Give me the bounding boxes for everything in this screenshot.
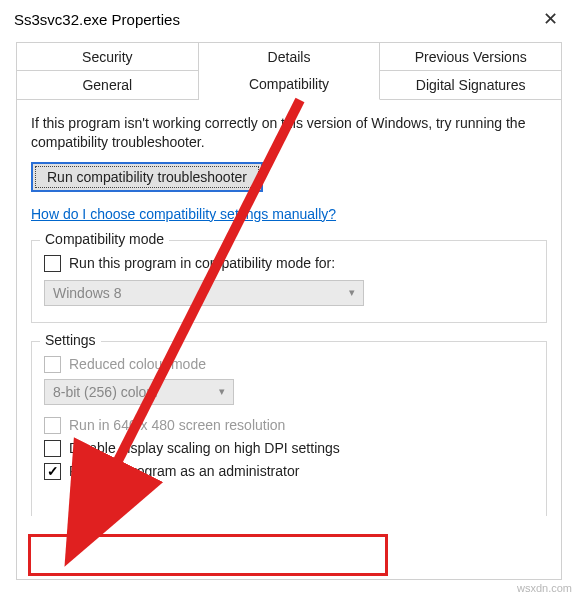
compat-mode-label: Run this program in compatibility mode f…: [69, 255, 335, 271]
colour-select: 8-bit (256) colour ▾: [44, 379, 234, 405]
tab-content: If this program isn't working correctly …: [16, 100, 562, 580]
settings-group: Settings Reduced colour mode 8-bit (256)…: [31, 341, 547, 516]
chevron-down-icon: ▾: [219, 385, 225, 398]
disable-dpi-checkbox[interactable]: [44, 440, 61, 457]
close-icon[interactable]: ✕: [537, 8, 564, 30]
low-res-label: Run in 640 x 480 screen resolution: [69, 417, 285, 433]
reduced-colour-label: Reduced colour mode: [69, 356, 206, 372]
settings-legend: Settings: [40, 332, 101, 348]
tab-security[interactable]: Security: [16, 42, 199, 71]
compat-mode-select: Windows 8 ▾: [44, 280, 364, 306]
tab-digital-signatures[interactable]: Digital Signatures: [380, 70, 562, 100]
colour-select-value: 8-bit (256) colour: [53, 384, 159, 400]
tab-compatibility[interactable]: Compatibility: [199, 70, 381, 100]
low-res-checkbox: [44, 417, 61, 434]
chevron-down-icon: ▾: [349, 286, 355, 299]
intro-text: If this program isn't working correctly …: [31, 114, 547, 152]
compatibility-mode-group: Compatibility mode Run this program in c…: [31, 240, 547, 323]
compat-mode-checkbox[interactable]: [44, 255, 61, 272]
reduced-colour-checkbox: [44, 356, 61, 373]
tab-general[interactable]: General: [16, 70, 199, 100]
run-as-admin-checkbox[interactable]: [44, 463, 61, 480]
help-link[interactable]: How do I choose compatibility settings m…: [31, 206, 336, 222]
tab-previous-versions[interactable]: Previous Versions: [380, 42, 562, 71]
compat-mode-legend: Compatibility mode: [40, 231, 169, 247]
disable-dpi-label: Disable display scaling on high DPI sett…: [69, 440, 340, 456]
run-as-admin-label: Run this program as an administrator: [69, 463, 299, 479]
tab-details[interactable]: Details: [199, 42, 381, 71]
window-title: Ss3svc32.exe Properties: [14, 11, 180, 28]
run-troubleshooter-button[interactable]: Run compatibility troubleshooter: [31, 162, 263, 192]
compat-mode-select-value: Windows 8: [53, 285, 121, 301]
watermark: wsxdn.com: [517, 582, 572, 594]
